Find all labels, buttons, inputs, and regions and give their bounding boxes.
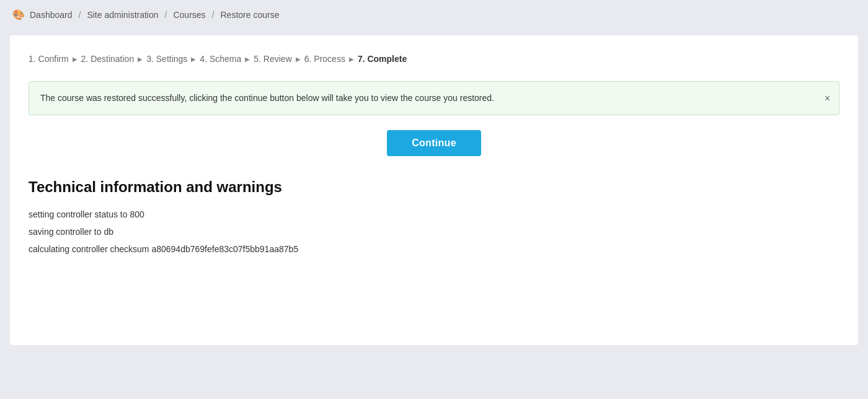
step-arrow-1: ▶	[73, 56, 78, 63]
step-arrow-3: ▶	[191, 56, 196, 63]
continue-button[interactable]: Continue	[387, 130, 481, 156]
step-arrow-2: ▶	[138, 56, 143, 63]
continue-btn-wrapper: Continue	[29, 130, 839, 156]
step-process: 6. Process	[304, 54, 345, 64]
tech-info-section: Technical information and warnings setti…	[29, 178, 839, 258]
breadcrumb-sep-1: /	[79, 10, 81, 20]
step-1-label: 1. Confirm	[29, 54, 69, 64]
step-4-label: 4. Schema	[200, 54, 241, 64]
step-review: 5. Review	[254, 54, 291, 64]
tech-info-list: setting controller status to 800 saving …	[29, 206, 839, 258]
tech-info-item-2: saving controller to db	[29, 223, 839, 240]
tech-info-heading: Technical information and warnings	[29, 178, 839, 196]
breadcrumb-current: Restore course	[220, 10, 279, 20]
step-settings: 3. Settings	[146, 54, 187, 64]
breadcrumb-sep-2: /	[165, 10, 167, 20]
step-6-label: 6. Process	[304, 54, 345, 64]
step-5-label: 5. Review	[254, 54, 291, 64]
breadcrumb: 🎨 Dashboard / Site administration / Cour…	[0, 0, 868, 29]
tech-info-item-1: setting controller status to 800	[29, 206, 839, 223]
alert-close-button[interactable]: ×	[825, 94, 830, 103]
steps-nav: 1. Confirm ▶ 2. Destination ▶ 3. Setting…	[29, 54, 839, 64]
step-arrow-5: ▶	[296, 56, 301, 63]
step-7-label: 7. Complete	[358, 54, 407, 64]
step-destination: 2. Destination	[81, 54, 135, 64]
step-3-label: 3. Settings	[146, 54, 187, 64]
alert-message: The course was restored successfully, cl…	[40, 93, 494, 103]
breadcrumb-sep-3: /	[212, 10, 215, 20]
step-complete: 7. Complete	[358, 54, 407, 64]
breadcrumb-courses[interactable]: Courses	[173, 10, 205, 20]
success-alert: The course was restored successfully, cl…	[29, 81, 839, 115]
dashboard-icon: 🎨	[12, 9, 25, 20]
step-2-label: 2. Destination	[81, 54, 135, 64]
main-card: 1. Confirm ▶ 2. Destination ▶ 3. Setting…	[10, 35, 858, 345]
step-confirm: 1. Confirm	[29, 54, 69, 64]
breadcrumb-site-admin[interactable]: Site administration	[87, 10, 158, 20]
step-arrow-6: ▶	[349, 56, 354, 63]
breadcrumb-dashboard[interactable]: Dashboard	[30, 10, 73, 20]
step-arrow-4: ▶	[245, 56, 250, 63]
step-schema: 4. Schema	[200, 54, 241, 64]
tech-info-item-3: calculating controller checksum a80694db…	[29, 240, 839, 258]
